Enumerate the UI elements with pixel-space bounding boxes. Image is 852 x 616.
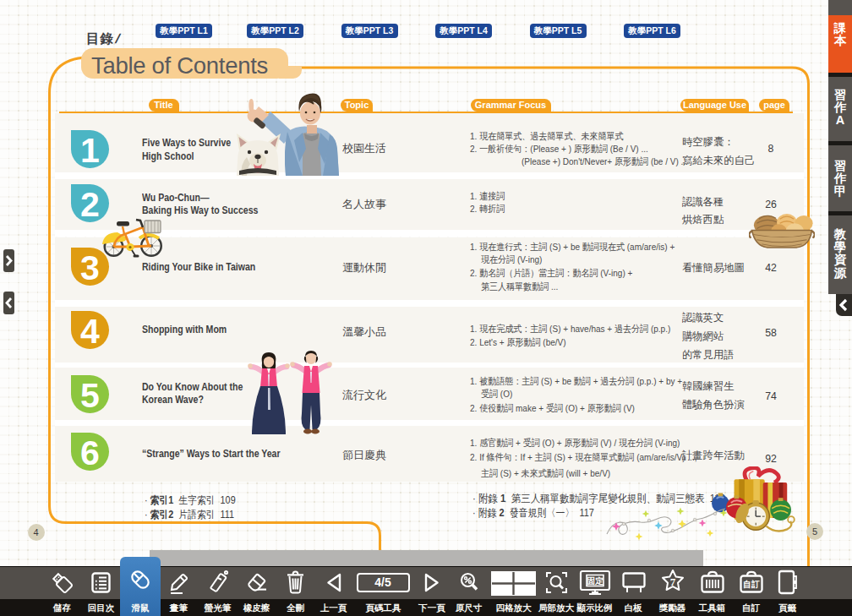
svg-text:固定: 固定 — [587, 576, 604, 586]
svg-text:自訂: 自訂 — [743, 580, 760, 589]
svg-text:7: 7 — [670, 575, 676, 588]
